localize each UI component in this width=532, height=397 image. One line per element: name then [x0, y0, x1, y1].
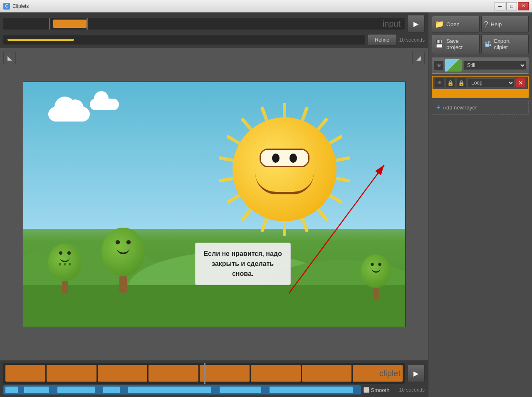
layer-loop-lock-2[interactable]: 🔒: [457, 78, 466, 87]
layer-still-mode-select[interactable]: Still Loop Sequence: [463, 61, 526, 70]
layer-still-eye[interactable]: 👁: [434, 61, 443, 70]
input-play-button[interactable]: ▶: [407, 15, 425, 32]
cliplet-strip: cliplet ▶: [0, 360, 428, 397]
text-overlay: Если не нравится, надозакрыть и сделатьс…: [195, 243, 290, 285]
input-label: input: [383, 19, 401, 29]
sun-circle: [233, 117, 337, 221]
scene: Если не нравится, надозакрыть и сделатьс…: [23, 82, 405, 327]
preview-corner-right[interactable]: ◢: [412, 52, 425, 64]
tree-eyes-1: [59, 251, 71, 255]
tree-1: [48, 243, 82, 293]
input-strip: input ▶ Refine 10 seconds: [0, 12, 428, 48]
input-timeline-track[interactable]: input: [3, 18, 405, 30]
tree-eye-right-1: [67, 251, 71, 255]
layer-still-thumb: [445, 59, 462, 72]
add-layer-button[interactable]: + Add new layer: [432, 100, 529, 115]
save-button[interactable]: 💾 Saveproject: [432, 34, 480, 54]
sun-pupil-left: [272, 154, 280, 163]
tree-eyes-3: [371, 263, 381, 266]
title-bar: C Cliplets ─ □ ✕: [0, 0, 532, 12]
smooth-seg-2: [24, 387, 49, 393]
tree-smile-2: [116, 248, 129, 254]
tree-eye-right-2: [126, 240, 130, 244]
cliplet-seg-7: [302, 365, 352, 382]
tree-trunk-2: [119, 276, 126, 293]
open-label: Open: [446, 21, 460, 27]
smooth-seg-6: [220, 387, 261, 393]
tree-eye-left-1: [59, 251, 62, 255]
tree-smile-1: [60, 257, 70, 262]
tree-top-3: [361, 254, 391, 288]
right-panel: 📁 Open ? Help 💾 Saveproject 📽 Exportclip…: [428, 12, 532, 397]
cliplet-seg-3: [98, 365, 148, 382]
cliplet-seg-5: [200, 365, 250, 382]
export-icon: 📽: [484, 40, 492, 49]
help-icon: ?: [484, 20, 488, 29]
cliplet-seconds-label: 10 seconds: [399, 387, 425, 393]
layer-loop-eye[interactable]: 👁: [435, 78, 444, 87]
left-content: input ▶ Refine 10 seconds ◣: [0, 12, 428, 397]
smooth-checkbox-area: Smooth: [364, 387, 397, 393]
refine-fill: [7, 39, 74, 41]
tree-trunk-3: [373, 288, 379, 299]
toolbar: 📁 Open ? Help 💾 Saveproject 📽 Exportclip…: [432, 16, 529, 54]
smooth-seg-5: [128, 387, 211, 393]
cloud-2: [90, 99, 119, 110]
input-timeline-row: input ▶: [3, 15, 425, 32]
tree-eye-left-3: [371, 263, 374, 266]
cliplet-row: cliplet ▶: [3, 363, 425, 384]
smooth-track[interactable]: [3, 385, 361, 395]
smooth-row: Smooth 10 seconds: [3, 385, 425, 395]
export-button[interactable]: 📽 Exportcliplet: [481, 34, 529, 54]
tree-face-1: [59, 251, 71, 265]
layer-loop-body: [433, 89, 528, 97]
tree-eye-left-2: [115, 240, 119, 244]
tree-dot-1: [59, 263, 61, 265]
tree-dot-3: [69, 263, 71, 265]
layer-still: 👁 Still Loop Sequence: [432, 57, 529, 74]
close-button[interactable]: ✕: [518, 2, 529, 10]
tree-top-1: [48, 243, 82, 281]
layer-still-header: 👁 Still Loop Sequence: [432, 57, 529, 74]
track-marker-right: [87, 18, 88, 30]
folder-icon: 📁: [435, 20, 444, 29]
tree-face-2: [115, 240, 130, 254]
layer-loop-lock-1[interactable]: 🔒: [446, 78, 455, 87]
help-button[interactable]: ? Help: [481, 16, 529, 32]
layer-loop-controls: 👁 🔒 🔒 Loop Still Sequence ✕: [433, 77, 528, 89]
help-label: Help: [491, 21, 502, 27]
maximize-button[interactable]: □: [506, 2, 517, 10]
layer-panel: 👁 Still Loop Sequence 👁 🔒 🔒 Loop: [432, 57, 529, 394]
cliplet-seg-2: [47, 365, 97, 382]
input-seconds-label: 10 seconds: [399, 37, 425, 43]
tree-top-2: [101, 228, 145, 276]
smooth-checkbox[interactable]: [364, 387, 369, 393]
track-fill: [53, 20, 87, 28]
text-overlay-content: Если не нравится, надозакрыть и сделатьс…: [203, 250, 282, 277]
tree-trunk-1: [62, 281, 68, 293]
sun-face: [243, 136, 326, 203]
open-button[interactable]: 📁 Open: [432, 16, 480, 32]
main-wrapper: input ▶ Refine 10 seconds ◣: [0, 12, 532, 397]
plus-icon: +: [436, 104, 440, 111]
cliplet-track[interactable]: cliplet: [3, 363, 405, 384]
app-title: Cliplets: [12, 3, 29, 9]
export-label: Exportcliplet: [494, 38, 510, 50]
refine-button[interactable]: Refine: [368, 34, 397, 46]
refine-track[interactable]: [3, 35, 365, 45]
layer-loop-mode-select[interactable]: Loop Still Sequence: [468, 78, 515, 87]
cliplet-seg-1: [5, 365, 45, 382]
smooth-seg-4: [103, 387, 120, 393]
cliplet-seg-6: [251, 365, 301, 382]
tree-2: [101, 228, 145, 293]
track-marker-left: [49, 18, 50, 30]
preview-corner-left[interactable]: ◣: [3, 52, 16, 64]
tree-smile-3: [371, 268, 381, 273]
minimize-button[interactable]: ─: [495, 2, 505, 10]
tree-eye-right-3: [378, 263, 381, 266]
layer-delete-button[interactable]: ✕: [516, 78, 525, 87]
save-icon: 💾: [435, 40, 444, 49]
sun-smile: [255, 174, 314, 194]
tree-dots-1: [59, 263, 71, 265]
cliplet-play-button[interactable]: ▶: [407, 365, 425, 382]
